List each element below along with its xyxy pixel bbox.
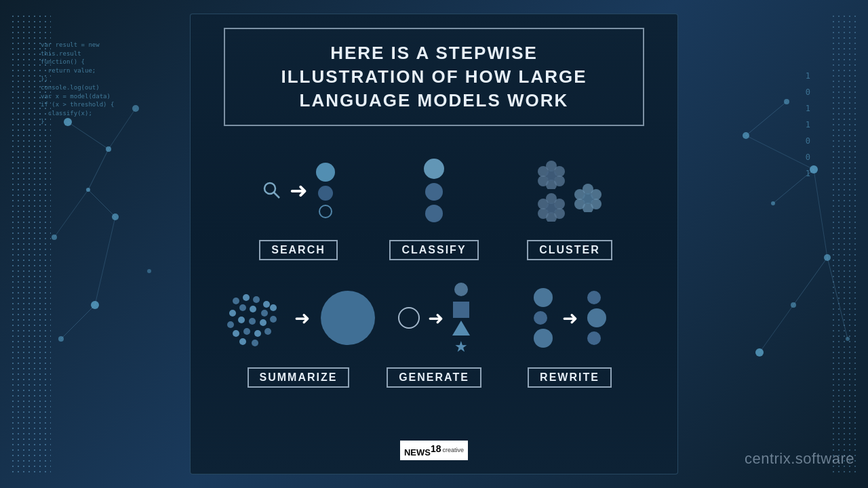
news18-logo: NEWS18 creative xyxy=(400,441,468,460)
svg-point-72 xyxy=(239,338,246,345)
cluster-visual xyxy=(536,146,603,235)
svg-point-61 xyxy=(261,310,268,317)
bg-numbers: 1011001 xyxy=(806,68,810,182)
dot-medium xyxy=(318,186,333,201)
step-classify: CLASSIFY xyxy=(366,146,502,260)
svg-point-74 xyxy=(454,283,468,296)
svg-point-59 xyxy=(239,304,246,311)
step-search: ➜ SEARCH xyxy=(231,146,366,260)
generate-shapes: ★ xyxy=(452,280,471,356)
generate-visual: ➜ ★ xyxy=(398,274,471,362)
dots-column xyxy=(316,163,335,218)
svg-point-69 xyxy=(243,328,250,335)
rewrite-visual: ➜ xyxy=(534,274,606,362)
classify-dot-top xyxy=(424,159,444,179)
svg-point-65 xyxy=(249,318,256,325)
dot-large xyxy=(316,163,335,182)
svg-point-54 xyxy=(233,298,239,304)
generate-square xyxy=(453,302,469,318)
rw-dot-top-left xyxy=(534,288,553,307)
svg-point-46 xyxy=(546,203,557,214)
main-card: HERE IS A STEPWISE ILLUSTRATION OF HOW L… xyxy=(190,14,678,474)
svg-point-63 xyxy=(227,321,234,328)
generate-triangle xyxy=(452,321,470,336)
rw-dot-top-right xyxy=(587,291,601,304)
classify-dot-mid xyxy=(425,183,443,201)
svg-line-25 xyxy=(746,136,814,169)
svg-line-9 xyxy=(68,122,108,149)
flower-right xyxy=(573,182,603,212)
rewrite-label: REWRITE xyxy=(540,371,599,383)
generate-label-box: GENERATE xyxy=(387,367,481,388)
svg-point-55 xyxy=(243,294,250,301)
svg-point-56 xyxy=(253,296,260,303)
svg-point-62 xyxy=(270,304,277,311)
svg-line-24 xyxy=(746,102,787,136)
summarize-label-box: SUMMARIZE xyxy=(248,367,350,388)
svg-line-12 xyxy=(54,190,88,237)
summarize-arrow-icon: ➜ xyxy=(294,307,310,329)
rw-dot-bot-left xyxy=(534,329,553,348)
rw-dot-mid-left xyxy=(534,311,547,325)
classify-dot-bot xyxy=(425,205,443,222)
svg-point-39 xyxy=(546,170,557,181)
flower-left xyxy=(536,159,566,222)
rewrite-left-dots xyxy=(534,288,553,348)
svg-point-64 xyxy=(238,317,245,323)
title-box: HERE IS A STEPWISE ILLUSTRATION OF HOW L… xyxy=(224,28,644,126)
generate-label: GENERATE xyxy=(399,371,469,383)
steps-row-2: ➜ SUMMARIZE ➜ xyxy=(231,274,637,388)
step-rewrite: ➜ REWRITE xyxy=(502,274,637,388)
svg-point-6 xyxy=(147,269,151,273)
svg-line-11 xyxy=(88,149,108,190)
generate-star: ★ xyxy=(454,338,468,356)
svg-line-29 xyxy=(760,305,793,352)
svg-line-15 xyxy=(61,305,95,339)
news18-brand: NEWS18 xyxy=(404,443,441,458)
search-visual: ➜ xyxy=(262,146,335,235)
svg-line-14 xyxy=(95,217,115,305)
many-dots-container xyxy=(222,287,283,348)
steps-row-1: ➜ SEARCH xyxy=(231,146,637,260)
svg-point-73 xyxy=(252,340,258,346)
svg-point-57 xyxy=(263,301,270,308)
arrow-icon: ➜ xyxy=(290,178,308,203)
dot-pattern-right xyxy=(831,14,858,474)
summarize-visual: ➜ xyxy=(222,274,375,362)
news18-sub: creative xyxy=(443,447,465,453)
step-summarize: ➜ SUMMARIZE xyxy=(231,274,366,388)
svg-point-66 xyxy=(260,319,267,326)
classify-label-box: CLASSIFY xyxy=(389,240,478,260)
title-text: HERE IS A STEPWISE ILLUSTRATION OF HOW L… xyxy=(245,41,623,113)
svg-line-28 xyxy=(793,258,827,305)
cluster-label: CLUSTER xyxy=(539,244,600,256)
steps-grid: ➜ SEARCH xyxy=(204,146,664,388)
rw-dot-bot-right xyxy=(587,331,601,345)
svg-point-70 xyxy=(254,330,261,337)
rewrite-label-box: REWRITE xyxy=(528,367,612,388)
generate-arrow-icon: ➜ xyxy=(428,307,443,329)
rewrite-arrow-icon: ➜ xyxy=(562,307,578,329)
card-footer: NEWS18 creative xyxy=(400,430,468,460)
cluster-label-box: CLUSTER xyxy=(527,240,612,260)
search-icon xyxy=(262,181,281,200)
svg-line-32 xyxy=(274,192,279,198)
search-label: SEARCH xyxy=(271,244,326,256)
dot-outline xyxy=(319,205,332,218)
svg-point-53 xyxy=(583,193,593,204)
search-label-box: SEARCH xyxy=(259,240,338,260)
rw-dot-mid-right xyxy=(587,308,606,327)
svg-line-13 xyxy=(88,190,115,217)
step-cluster: CLUSTER xyxy=(502,146,637,260)
svg-point-31 xyxy=(264,183,275,194)
svg-point-71 xyxy=(264,328,271,335)
svg-point-67 xyxy=(270,316,277,323)
svg-point-68 xyxy=(233,330,239,337)
svg-point-60 xyxy=(250,306,256,312)
svg-point-58 xyxy=(229,310,236,317)
classify-label: CLASSIFY xyxy=(401,244,466,256)
code-text-overlay: var result = new this.result function() … xyxy=(41,41,176,126)
generate-dot-top xyxy=(452,280,471,299)
svg-line-27 xyxy=(814,169,827,258)
summarize-label: SUMMARIZE xyxy=(260,371,338,383)
